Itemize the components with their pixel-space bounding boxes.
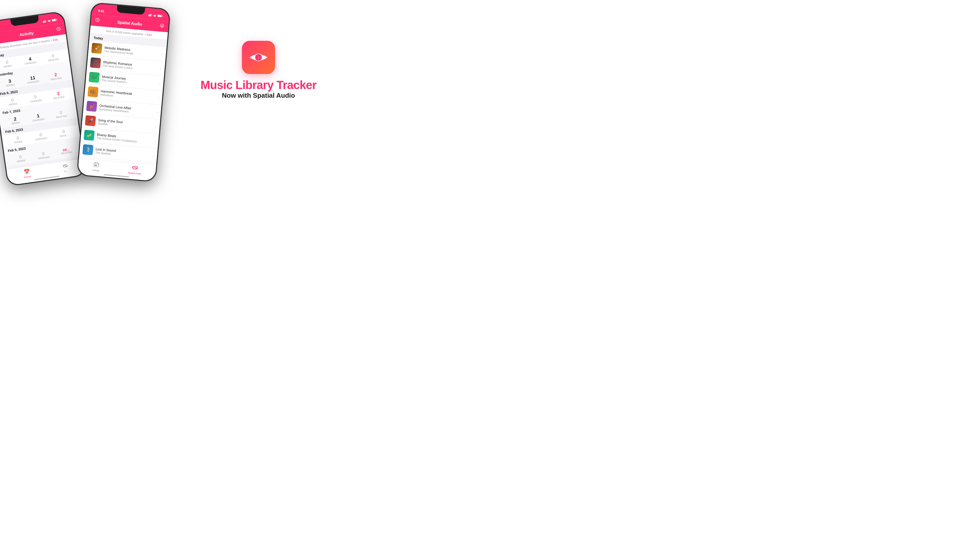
chevron-icon: › — [154, 139, 156, 143]
svg-rect-0 — [43, 21, 44, 23]
svg-rect-2 — [45, 20, 46, 22]
calendar-icon-spatial — [93, 162, 99, 168]
svg-rect-7 — [57, 19, 57, 20]
svg-rect-20 — [94, 162, 99, 167]
edit-link[interactable]: Edit — [53, 38, 58, 42]
spatial-icon-inactive — [62, 163, 68, 170]
svg-rect-3 — [46, 20, 46, 22]
svg-rect-13 — [151, 14, 152, 17]
chevron-icon: › — [162, 52, 163, 56]
svg-text:♪: ♪ — [258, 56, 259, 60]
svg-rect-12 — [150, 14, 151, 16]
app-title-text: Music Library Tracker Now with Spatial A… — [200, 79, 317, 100]
track-art: 🎺 — [84, 130, 95, 141]
svg-rect-21 — [95, 165, 96, 165]
status-icons-spatial — [148, 14, 163, 17]
tab-activity-spatial[interactable]: Activity — [92, 162, 100, 172]
chevron-icon: › — [158, 96, 159, 100]
app-icon: ♪ — [242, 41, 275, 74]
svg-point-4 — [49, 22, 50, 22]
track-art: 🎼 — [88, 86, 99, 97]
track-art: 🎻 — [86, 101, 97, 112]
chevron-icon: › — [159, 81, 161, 85]
tab-spatial-active[interactable]: Spatial Audio — [127, 165, 142, 175]
track-art: 🎶 — [89, 72, 100, 83]
svg-rect-17 — [162, 16, 163, 17]
tab-spatial-inactive[interactable]: S... — [62, 163, 68, 173]
svg-rect-6 — [52, 19, 56, 21]
svg-rect-16 — [158, 15, 161, 17]
track-art: 🎵 — [90, 57, 101, 68]
notch — [10, 15, 39, 26]
phone-activity: 9:41 Activity — [0, 11, 86, 186]
home-indicator-front — [103, 174, 129, 178]
activity-content: Today 0 ADDED 4 CHANGED 0 DEL — [0, 42, 83, 169]
marketing-section: ♪ Music Library Tracker Now with Spatial… — [200, 41, 317, 100]
notch-front — [117, 5, 145, 15]
track-art: 🎸 — [91, 43, 102, 54]
chevron-icon: › — [155, 124, 157, 128]
status-icons-activity — [43, 18, 58, 23]
calendar-icon: 📅 — [23, 168, 30, 175]
spatial-nav-title: Spatial Audio — [117, 20, 142, 27]
download-icon[interactable] — [159, 23, 165, 29]
home-indicator — [34, 176, 60, 180]
track-art: 🎙️ — [83, 144, 94, 155]
clock-icon[interactable] — [56, 26, 61, 32]
clock-icon-spatial[interactable] — [95, 17, 100, 24]
svg-rect-11 — [149, 14, 150, 16]
track-art: 🎤 — [85, 115, 96, 126]
chevron-icon: › — [156, 110, 158, 114]
chevron-icon: › — [160, 67, 162, 70]
phone-spatial: 9:41 Spatial Audio — [77, 2, 171, 182]
track-list: 🎸 Melodic Madness The Harmonious Horde ›… — [79, 41, 166, 166]
sort-link[interactable]: Sort — [146, 33, 152, 37]
svg-rect-22 — [96, 165, 97, 166]
phones-container: 9:41 Activity — [5, 5, 189, 202]
spatial-icon-active — [132, 165, 138, 171]
tab-activity[interactable]: 📅 Activity — [23, 168, 32, 179]
svg-rect-10 — [148, 14, 149, 16]
status-time-spatial: 9:41 — [98, 9, 104, 13]
chevron-icon: › — [153, 154, 154, 157]
svg-rect-1 — [44, 21, 45, 23]
activity-nav-title: Activity — [19, 30, 34, 37]
